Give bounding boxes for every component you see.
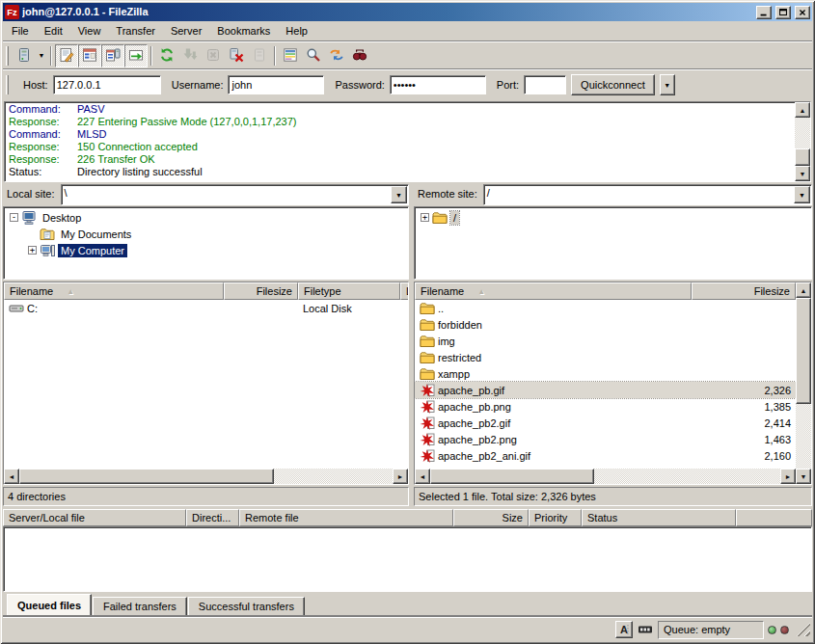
queue-column-remote-file[interactable]: Remote file [239,509,453,526]
expand-icon[interactable]: + [28,246,37,255]
local-hscrollbar[interactable]: ◄ ► [4,469,408,484]
file-name-cell: apache_pb.png [415,399,692,415]
quickconnect-dropdown-arrow[interactable]: ▼ [660,74,675,95]
remote-site-combobox[interactable]: / ▼ [483,184,812,205]
file-row[interactable]: restricted [415,349,796,365]
resize-grip[interactable] [797,623,810,636]
queue-column-size[interactable]: Size [453,509,529,526]
message-log-scrollbar[interactable]: ▲ ▼ [795,102,810,181]
menu-view[interactable]: View [70,22,109,40]
scrollbar-thumb[interactable] [795,148,810,166]
toggle-message-log-button[interactable] [55,44,78,67]
host-input[interactable] [53,75,161,94]
file-row[interactable]: apache_pb2.gif2,414 [415,415,796,431]
chevron-down-icon[interactable]: ▼ [391,186,407,203]
queue-column-priority[interactable]: Priority [529,509,582,526]
remote-file-list: Filename▲Filesize ..forbiddenimgrestrict… [414,282,812,485]
queue-column-label: Size [503,512,523,523]
menu-edit[interactable]: Edit [37,22,70,40]
data-type-icon[interactable]: A [615,621,633,638]
tree-item-my-computer[interactable]: +My Computer [4,242,408,258]
menu-file[interactable]: File [4,22,37,40]
column-header-filename[interactable]: Filename▲ [415,282,692,300]
file-row[interactable]: apache_pb2.png1,463 [415,431,796,447]
column-header-l[interactable]: L [400,282,408,300]
toggle-local-tree-button[interactable] [78,44,101,67]
file-row[interactable]: xampp [415,365,796,382]
file-name: apache_pb2.gif [438,417,510,429]
password-input[interactable] [390,75,486,94]
minimize-button[interactable] [756,6,772,19]
maximize-button[interactable] [775,6,791,19]
scroll-up-icon[interactable]: ▲ [796,282,811,298]
process-queue-button[interactable] [178,44,202,67]
title-bar[interactable]: Fz john@127.0.0.1 - FileZilla [3,3,812,21]
file-row[interactable]: apache_pb.gif2,326 [415,382,796,398]
file-row[interactable]: .. [415,300,796,316]
expand-icon[interactable]: + [421,213,429,222]
scrollbar-thumb[interactable] [796,298,811,404]
scroll-right-icon[interactable]: ► [780,469,796,484]
scroll-right-icon[interactable]: ► [393,469,408,484]
menu-bookmarks[interactable]: Bookmarks [209,22,278,40]
tab-successful-transfers[interactable]: Successful transfers [188,597,305,615]
menu-help[interactable]: Help [278,22,315,40]
file-name: img [438,335,455,347]
column-header-filename[interactable]: Filename▲ [4,282,224,300]
quickconnect-grip[interactable] [6,75,9,94]
tree-item--[interactable]: +/ [415,209,811,226]
scroll-left-icon[interactable]: ◄ [415,469,430,484]
queue-column-status[interactable]: Status [582,509,736,526]
refresh-button[interactable] [155,44,178,67]
column-header-filesize[interactable]: Filesize [224,282,298,300]
chevron-down-icon[interactable]: ▼ [794,186,810,203]
sync-browse-button[interactable] [325,44,348,67]
file-row[interactable]: apache_pb.png1,385 [415,398,796,415]
local-site-path[interactable]: \ [62,185,390,204]
remote-list-header: Filename▲Filesize [415,282,796,300]
speed-limit-icon[interactable] [637,621,654,638]
scroll-down-icon[interactable]: ▼ [795,166,810,181]
tree-item-desktop[interactable]: -Desktop [4,209,408,226]
scroll-left-icon[interactable]: ◄ [4,469,19,484]
close-button[interactable] [795,6,810,19]
local-file-list: Filename▲FilesizeFiletypeL C:Local Disk … [3,282,409,485]
file-row[interactable]: forbidden [415,316,796,333]
chevron-down-icon[interactable]: ▼ [36,44,47,67]
local-site-combobox[interactable]: \ ▼ [61,184,409,205]
tree-item-my-documents[interactable]: My Documents [4,226,408,242]
remote-vscrollbar[interactable]: ▲ ▼ [796,282,811,484]
menu-transfer[interactable]: Transfer [108,22,163,40]
scrollbar-thumb[interactable] [430,469,594,484]
tab-queued-files[interactable]: Queued files [7,594,92,615]
file-row[interactable]: apache_pb2_ani.gif2,160 [415,447,796,464]
queue-column-directi-[interactable]: Directi... [186,509,239,526]
port-input[interactable] [524,75,566,94]
toolbar-grip[interactable] [6,46,9,66]
site-manager-button[interactable] [13,44,36,67]
scroll-down-icon[interactable]: ▼ [796,469,811,484]
find-button[interactable] [348,44,371,67]
disconnect-button[interactable] [225,44,248,67]
remote-hscrollbar[interactable]: ◄ ► [415,469,796,484]
column-header-filesize[interactable]: Filesize [692,282,796,300]
filter-button[interactable] [279,44,302,67]
column-header-filetype[interactable]: Filetype [298,282,400,300]
toggle-remote-tree-button[interactable] [101,44,124,67]
queue-column-server-local-file[interactable]: Server/Local file [3,509,186,526]
collapse-icon[interactable]: - [10,213,18,222]
compare-button[interactable] [302,44,325,67]
folder-icon [420,334,435,349]
scrollbar-thumb[interactable] [19,469,274,484]
file-row[interactable]: img [415,333,796,349]
menu-server[interactable]: Server [163,22,209,40]
tab-failed-transfers[interactable]: Failed transfers [93,597,187,615]
username-input[interactable] [228,75,324,94]
cancel-button[interactable] [202,44,225,67]
reconnect-button[interactable] [248,44,271,67]
quickconnect-button[interactable]: Quickconnect [571,74,655,95]
remote-site-path[interactable]: / [484,185,793,204]
file-row[interactable]: C:Local Disk [4,300,408,316]
scroll-up-icon[interactable]: ▲ [795,102,810,118]
toggle-transfer-queue-button[interactable] [124,44,148,67]
